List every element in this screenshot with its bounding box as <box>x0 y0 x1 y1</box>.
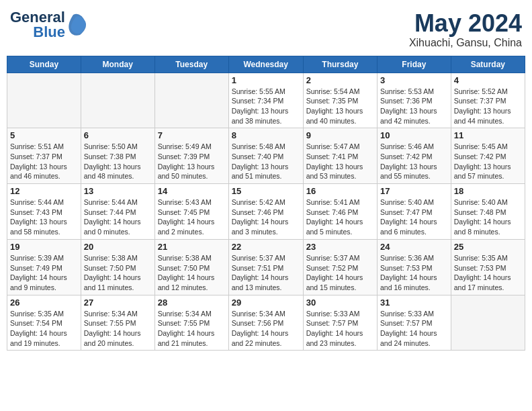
day-info: Sunrise: 5:49 AM Sunset: 7:39 PM Dayligh… <box>158 142 226 181</box>
calendar-cell: 7Sunrise: 5:49 AM Sunset: 7:39 PM Daylig… <box>154 128 228 184</box>
calendar-cell <box>81 73 154 128</box>
day-info: Sunrise: 5:40 AM Sunset: 7:47 PM Dayligh… <box>380 197 448 237</box>
month-year-title: May 2024 <box>409 10 522 37</box>
day-number: 14 <box>158 186 226 196</box>
calendar-cell: 22Sunrise: 5:37 AM Sunset: 7:51 PM Dayli… <box>228 239 303 295</box>
calendar-cell: 26Sunrise: 5:35 AM Sunset: 7:54 PM Dayli… <box>7 295 81 351</box>
day-info: Sunrise: 5:33 AM Sunset: 7:57 PM Dayligh… <box>380 309 448 349</box>
calendar-cell: 24Sunrise: 5:36 AM Sunset: 7:53 PM Dayli… <box>377 239 451 295</box>
day-number: 26 <box>10 298 78 308</box>
day-info: Sunrise: 5:54 AM Sunset: 7:35 PM Dayligh… <box>306 87 374 126</box>
calendar-cell: 23Sunrise: 5:37 AM Sunset: 7:52 PM Dayli… <box>303 239 377 295</box>
day-number: 3 <box>380 75 448 85</box>
calendar-cell: 1Sunrise: 5:55 AM Sunset: 7:34 PM Daylig… <box>228 73 303 128</box>
day-info: Sunrise: 5:38 AM Sunset: 7:50 PM Dayligh… <box>84 253 152 293</box>
day-of-week-wednesday: Wednesday <box>228 56 303 73</box>
calendar-cell: 13Sunrise: 5:44 AM Sunset: 7:44 PM Dayli… <box>81 184 154 240</box>
day-info: Sunrise: 5:34 AM Sunset: 7:55 PM Dayligh… <box>84 309 152 349</box>
calendar-cell: 4Sunrise: 5:52 AM Sunset: 7:37 PM Daylig… <box>451 73 525 128</box>
calendar-cell: 3Sunrise: 5:53 AM Sunset: 7:36 PM Daylig… <box>377 73 451 128</box>
day-info: Sunrise: 5:46 AM Sunset: 7:42 PM Dayligh… <box>380 142 448 181</box>
day-number: 7 <box>158 130 226 140</box>
day-of-week-sunday: Sunday <box>7 56 81 73</box>
calendar-week-4: 19Sunrise: 5:39 AM Sunset: 7:49 PM Dayli… <box>7 239 525 295</box>
day-info: Sunrise: 5:48 AM Sunset: 7:40 PM Dayligh… <box>232 142 300 181</box>
day-info: Sunrise: 5:35 AM Sunset: 7:53 PM Dayligh… <box>454 253 522 293</box>
days-of-week-row: SundayMondayTuesdayWednesdayThursdayFrid… <box>7 56 525 73</box>
calendar-cell: 2Sunrise: 5:54 AM Sunset: 7:35 PM Daylig… <box>303 73 377 128</box>
day-info: Sunrise: 5:35 AM Sunset: 7:54 PM Dayligh… <box>10 309 78 349</box>
day-info: Sunrise: 5:42 AM Sunset: 7:46 PM Dayligh… <box>232 197 300 237</box>
day-number: 10 <box>380 130 448 140</box>
calendar-cell: 19Sunrise: 5:39 AM Sunset: 7:49 PM Dayli… <box>7 239 81 295</box>
calendar-cell <box>154 73 228 128</box>
day-number: 29 <box>232 298 300 308</box>
day-info: Sunrise: 5:36 AM Sunset: 7:53 PM Dayligh… <box>380 253 448 293</box>
calendar-cell: 8Sunrise: 5:48 AM Sunset: 7:40 PM Daylig… <box>228 128 303 184</box>
day-number: 27 <box>84 298 152 308</box>
day-number: 15 <box>232 186 300 196</box>
day-number: 23 <box>306 242 374 252</box>
day-info: Sunrise: 5:53 AM Sunset: 7:36 PM Dayligh… <box>380 87 448 126</box>
page-header: General Blue May 2024 Xihuachi, Gansu, C… <box>7 7 525 49</box>
day-info: Sunrise: 5:52 AM Sunset: 7:37 PM Dayligh… <box>454 87 522 126</box>
logo-text-blue: Blue <box>33 25 65 40</box>
calendar-cell: 21Sunrise: 5:38 AM Sunset: 7:50 PM Dayli… <box>154 239 228 295</box>
calendar-week-2: 5Sunrise: 5:51 AM Sunset: 7:37 PM Daylig… <box>7 128 525 184</box>
day-number: 28 <box>158 298 226 308</box>
day-info: Sunrise: 5:51 AM Sunset: 7:37 PM Dayligh… <box>10 142 78 181</box>
calendar-cell: 28Sunrise: 5:34 AM Sunset: 7:55 PM Dayli… <box>154 295 228 351</box>
day-info: Sunrise: 5:34 AM Sunset: 7:55 PM Dayligh… <box>158 309 226 349</box>
day-number: 13 <box>84 186 152 196</box>
day-info: Sunrise: 5:44 AM Sunset: 7:44 PM Dayligh… <box>84 197 152 237</box>
day-number: 31 <box>380 298 448 308</box>
day-info: Sunrise: 5:50 AM Sunset: 7:38 PM Dayligh… <box>84 142 152 181</box>
day-info: Sunrise: 5:55 AM Sunset: 7:34 PM Dayligh… <box>232 87 300 126</box>
day-of-week-monday: Monday <box>81 56 154 73</box>
day-number: 6 <box>84 130 152 140</box>
calendar-week-5: 26Sunrise: 5:35 AM Sunset: 7:54 PM Dayli… <box>7 295 525 351</box>
day-info: Sunrise: 5:44 AM Sunset: 7:43 PM Dayligh… <box>10 197 78 237</box>
calendar-cell: 30Sunrise: 5:33 AM Sunset: 7:57 PM Dayli… <box>303 295 377 351</box>
day-number: 30 <box>306 298 374 308</box>
logo-icon <box>66 11 88 38</box>
day-of-week-saturday: Saturday <box>451 56 525 73</box>
calendar-cell: 20Sunrise: 5:38 AM Sunset: 7:50 PM Dayli… <box>81 239 154 295</box>
calendar-cell: 6Sunrise: 5:50 AM Sunset: 7:38 PM Daylig… <box>81 128 154 184</box>
day-info: Sunrise: 5:47 AM Sunset: 7:41 PM Dayligh… <box>306 142 374 181</box>
calendar-cell: 12Sunrise: 5:44 AM Sunset: 7:43 PM Dayli… <box>7 184 81 240</box>
day-number: 22 <box>232 242 300 252</box>
calendar-week-3: 12Sunrise: 5:44 AM Sunset: 7:43 PM Dayli… <box>7 184 525 240</box>
day-info: Sunrise: 5:37 AM Sunset: 7:51 PM Dayligh… <box>232 253 300 293</box>
calendar-cell: 17Sunrise: 5:40 AM Sunset: 7:47 PM Dayli… <box>377 184 451 240</box>
calendar-cell: 29Sunrise: 5:34 AM Sunset: 7:56 PM Dayli… <box>228 295 303 351</box>
day-info: Sunrise: 5:40 AM Sunset: 7:48 PM Dayligh… <box>454 197 522 237</box>
day-of-week-friday: Friday <box>377 56 451 73</box>
day-number: 18 <box>454 186 522 196</box>
title-block: May 2024 Xihuachi, Gansu, China <box>409 10 522 49</box>
day-of-week-tuesday: Tuesday <box>154 56 228 73</box>
day-number: 8 <box>232 130 300 140</box>
location-subtitle: Xihuachi, Gansu, China <box>409 37 522 49</box>
day-number: 21 <box>158 242 226 252</box>
day-info: Sunrise: 5:39 AM Sunset: 7:49 PM Dayligh… <box>10 253 78 293</box>
day-number: 12 <box>10 186 78 196</box>
day-info: Sunrise: 5:38 AM Sunset: 7:50 PM Dayligh… <box>158 253 226 293</box>
calendar-cell: 9Sunrise: 5:47 AM Sunset: 7:41 PM Daylig… <box>303 128 377 184</box>
calendar-cell: 15Sunrise: 5:42 AM Sunset: 7:46 PM Dayli… <box>228 184 303 240</box>
calendar-cell: 31Sunrise: 5:33 AM Sunset: 7:57 PM Dayli… <box>377 295 451 351</box>
day-info: Sunrise: 5:34 AM Sunset: 7:56 PM Dayligh… <box>232 309 300 349</box>
day-number: 19 <box>10 242 78 252</box>
day-number: 25 <box>454 242 522 252</box>
day-number: 16 <box>306 186 374 196</box>
day-number: 9 <box>306 130 374 140</box>
day-number: 5 <box>10 130 78 140</box>
logo-text-general: General <box>10 10 65 25</box>
calendar-cell: 14Sunrise: 5:43 AM Sunset: 7:45 PM Dayli… <box>154 184 228 240</box>
day-number: 17 <box>380 186 448 196</box>
calendar-cell: 16Sunrise: 5:41 AM Sunset: 7:46 PM Dayli… <box>303 184 377 240</box>
calendar-cell <box>7 73 81 128</box>
day-info: Sunrise: 5:33 AM Sunset: 7:57 PM Dayligh… <box>306 309 374 349</box>
calendar-cell: 18Sunrise: 5:40 AM Sunset: 7:48 PM Dayli… <box>451 184 525 240</box>
day-number: 11 <box>454 130 522 140</box>
